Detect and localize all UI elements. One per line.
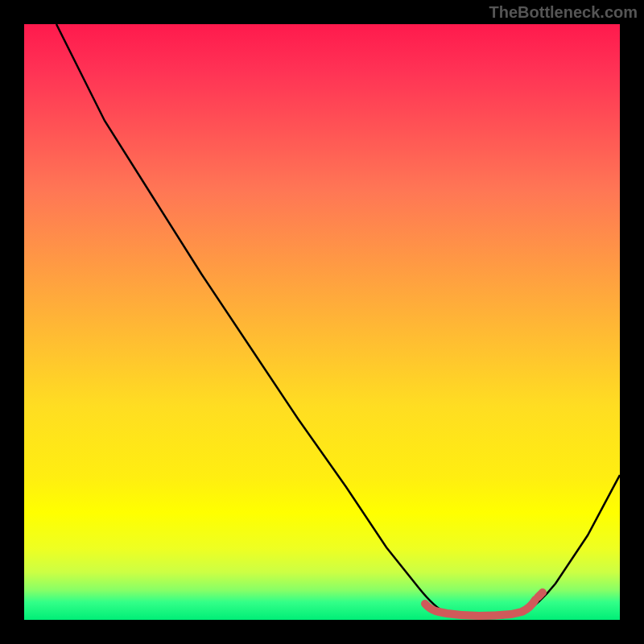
plot-area — [24, 24, 620, 620]
optimal-range-marker — [425, 594, 541, 616]
chart-svg — [24, 24, 620, 620]
chart-container: TheBottleneck.com — [0, 0, 644, 644]
watermark-text: TheBottleneck.com — [489, 3, 638, 22]
optimal-point-dot — [539, 588, 547, 597]
bottleneck-curve-line — [56, 24, 620, 618]
